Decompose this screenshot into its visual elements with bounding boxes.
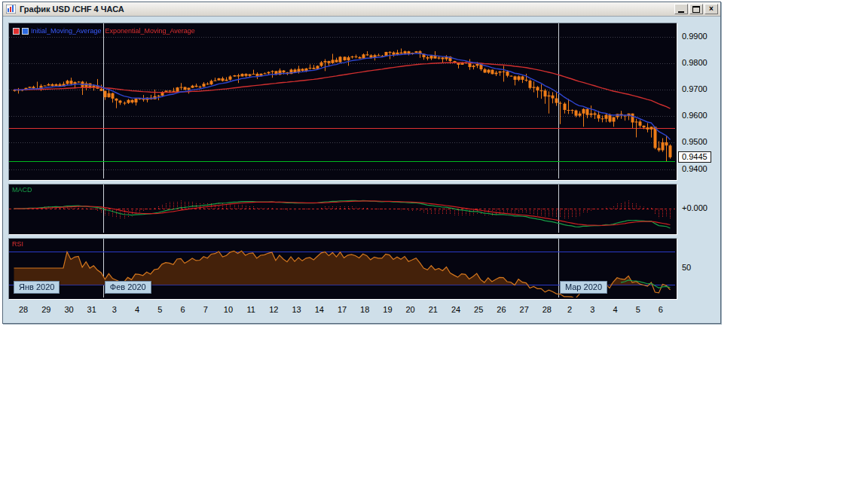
titlebar[interactable]: График USD /CHF 4 ЧАСА × (3, 2, 720, 17)
close-icon: × (709, 5, 714, 13)
x-axis-label: 20 (405, 305, 414, 314)
close-button[interactable]: × (704, 4, 718, 14)
macd-canvas[interactable] (9, 185, 675, 233)
ma-legend-label: Initial_Moving_Average (31, 27, 101, 35)
minimize-icon (678, 6, 684, 13)
price-axis: 0.9445 0.99000.98000.97000.96000.95000.9… (677, 17, 720, 323)
window-controls: × (674, 4, 718, 14)
x-axis-label: 7 (203, 305, 208, 314)
x-axis-label: 6 (659, 305, 663, 314)
x-axis-label: 19 (383, 305, 392, 314)
maximize-icon (692, 6, 700, 13)
rsi-axis-label: 50 (682, 263, 691, 272)
maximize-button[interactable] (689, 4, 703, 14)
x-axis-label: 24 (451, 305, 460, 314)
price-tick-label: 0.9400 (682, 164, 708, 173)
x-axis-label: 3 (112, 305, 117, 314)
ema-legend-label: Exponential_Moving_Average (105, 27, 194, 35)
x-axis-label: 4 (135, 305, 139, 314)
x-axis-label: 30 (64, 305, 73, 314)
x-axis-label: 14 (315, 305, 324, 314)
chart-client-area: Initial_Moving_Average Exponential_Movin… (3, 17, 720, 323)
ma-legend-swatch[interactable] (22, 28, 29, 35)
x-axis-label: 4 (613, 305, 617, 314)
ema-legend-swatch[interactable] (13, 28, 20, 35)
x-axis-label: 31 (87, 305, 96, 314)
x-axis-label: 12 (269, 305, 278, 314)
x-axis-label: 21 (429, 305, 438, 314)
current-price-box: 0.9445 (678, 151, 711, 163)
x-axis-label: 5 (157, 305, 162, 314)
x-axis-label: 29 (41, 305, 50, 314)
price-chart-canvas[interactable] (9, 23, 675, 178)
price-tick-label: 0.9700 (682, 84, 708, 93)
x-axis-label: 17 (338, 305, 347, 314)
minimize-button[interactable] (674, 4, 688, 14)
rsi-panel-label: RSI (12, 240, 23, 248)
x-axis-label: 25 (474, 305, 483, 314)
macd-panel[interactable] (8, 184, 677, 235)
x-axis-label: 26 (497, 305, 506, 314)
x-axis-label: 27 (520, 305, 529, 314)
macd-axis-label: +0.000 (682, 203, 708, 212)
x-axis: 2829303134567101112131417181920212425262… (9, 303, 677, 316)
x-axis-label: 18 (360, 305, 369, 314)
chart-window: График USD /CHF 4 ЧАСА × Initial_Moving_… (2, 2, 721, 324)
x-axis-label: 5 (636, 305, 640, 314)
price-panel[interactable] (8, 23, 677, 181)
month-label: Мар 2020 (560, 281, 607, 294)
month-labels-row: Янв 2020Фев 2020Мар 2020 (9, 281, 677, 294)
price-tick-label: 0.9800 (682, 58, 708, 67)
chart-icon (5, 5, 17, 14)
macd-panel-label: MACD (12, 186, 32, 194)
window-title: График USD /CHF 4 ЧАСА (20, 5, 674, 14)
month-label: Янв 2020 (14, 281, 60, 294)
price-tick-label: 0.9900 (682, 32, 708, 41)
x-axis-label: 11 (246, 305, 255, 314)
x-axis-label: 6 (180, 305, 185, 314)
x-axis-label: 13 (292, 305, 301, 314)
x-axis-label: 10 (224, 305, 233, 314)
x-axis-label: 28 (542, 305, 552, 314)
x-axis-label: 28 (19, 305, 28, 314)
x-axis-label: 3 (590, 305, 594, 314)
x-axis-label: 2 (567, 305, 572, 314)
indicator-legend: Initial_Moving_Average Exponential_Movin… (13, 27, 195, 35)
price-tick-label: 0.9500 (682, 137, 708, 146)
price-tick-label: 0.9600 (682, 111, 708, 120)
month-label: Фев 2020 (105, 281, 151, 294)
